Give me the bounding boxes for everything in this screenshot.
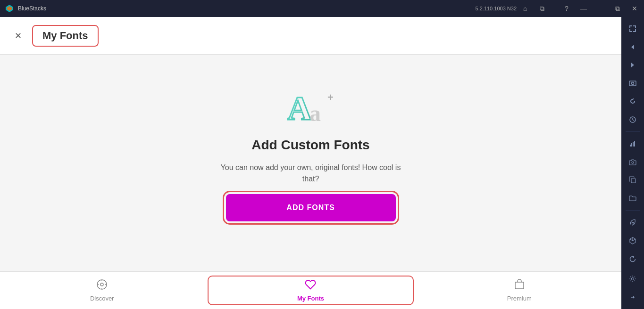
copy-sidebar-icon[interactable] xyxy=(624,172,641,188)
add-fonts-button[interactable]: ADD FONTS xyxy=(226,194,396,221)
svg-rect-18 xyxy=(633,142,634,146)
svg-line-23 xyxy=(630,239,633,241)
svg-rect-11 xyxy=(629,81,636,86)
title-bar: BlueStacks 5.2.110.1003 N32 ⌂ ⧉ ? — _ ⧉ … xyxy=(0,0,644,17)
window-controls: ⌂ ⧉ ? — _ ⧉ ✕ xyxy=(520,4,639,13)
sidebar-divider-2 xyxy=(626,210,640,211)
my-fonts-label: My Fonts xyxy=(297,295,324,302)
multi-instance-btn[interactable]: ⧉ xyxy=(537,4,547,13)
svg-line-24 xyxy=(633,239,636,241)
svg-rect-21 xyxy=(631,179,636,183)
back-sidebar-icon[interactable] xyxy=(624,39,641,56)
close-button[interactable]: ✕ xyxy=(11,29,25,42)
menu-btn[interactable]: — xyxy=(579,4,588,13)
svg-line-15 xyxy=(633,120,634,121)
close-btn-titlebar[interactable]: ✕ xyxy=(630,4,639,13)
premium-icon xyxy=(514,279,525,293)
svg-text:a: a xyxy=(309,101,321,126)
performance-sidebar-icon[interactable] xyxy=(624,136,641,152)
cube-sidebar-icon[interactable] xyxy=(624,233,641,249)
sidebar-divider-1 xyxy=(626,131,640,132)
svg-point-12 xyxy=(632,82,634,84)
svg-rect-17 xyxy=(631,143,632,146)
folder-sidebar-icon[interactable] xyxy=(624,190,641,207)
content-title: Add Custom Fonts xyxy=(251,138,369,153)
home-btn[interactable]: ⌂ xyxy=(520,4,530,13)
nav-discover[interactable]: Discover xyxy=(0,272,204,309)
svg-point-6 xyxy=(100,283,103,286)
svg-rect-16 xyxy=(630,145,631,146)
svg-point-25 xyxy=(632,278,634,280)
content-subtitle: You can now add your own, original fonts… xyxy=(217,162,405,185)
app-area: ✕ My Fonts A a + xyxy=(0,17,621,309)
discover-icon xyxy=(96,279,108,293)
premium-label: Premium xyxy=(507,295,532,302)
nav-my-fonts[interactable]: My Fonts xyxy=(208,276,413,305)
clock-sidebar-icon[interactable] xyxy=(624,112,641,128)
minimize-btn[interactable]: _ xyxy=(596,4,605,13)
rotate-sidebar-icon[interactable] xyxy=(624,93,641,110)
my-fonts-tab[interactable]: My Fonts xyxy=(32,25,99,47)
restore-btn[interactable]: ⧉ xyxy=(613,4,622,13)
discover-label: Discover xyxy=(90,295,114,302)
main-layout: ✕ My Fonts A a + xyxy=(0,17,644,309)
svg-point-20 xyxy=(632,162,634,163)
right-sidebar xyxy=(621,17,644,309)
help-btn[interactable]: ? xyxy=(562,4,571,13)
screenshot-sidebar-icon[interactable] xyxy=(624,75,641,92)
font-icon-container: A a + xyxy=(285,86,337,128)
arrow-sidebar-icon[interactable] xyxy=(624,289,641,305)
camera-sidebar-icon[interactable] xyxy=(624,154,641,171)
svg-text:+: + xyxy=(327,91,334,103)
nav-premium[interactable]: Premium xyxy=(418,272,621,309)
bluestacks-logo xyxy=(5,4,14,13)
bottom-nav: Discover My Fonts Premium xyxy=(0,271,621,309)
forward-sidebar-icon[interactable] xyxy=(624,57,641,73)
eco-sidebar-icon[interactable] xyxy=(624,214,641,231)
app-version: 5.2.110.1003 N32 xyxy=(476,6,517,11)
refresh-sidebar-icon[interactable] xyxy=(624,251,641,267)
app-title: BlueStacks xyxy=(18,5,472,12)
svg-text:A: A xyxy=(287,89,312,127)
settings-sidebar-icon[interactable] xyxy=(624,271,641,287)
heart-icon xyxy=(305,279,316,293)
header: ✕ My Fonts xyxy=(0,17,621,55)
expand-sidebar-icon[interactable] xyxy=(624,21,641,37)
svg-rect-19 xyxy=(634,141,635,146)
content-area: A a + Add Custom Fonts You can now add y… xyxy=(0,55,621,271)
add-fonts-icon: A a + xyxy=(285,86,337,128)
